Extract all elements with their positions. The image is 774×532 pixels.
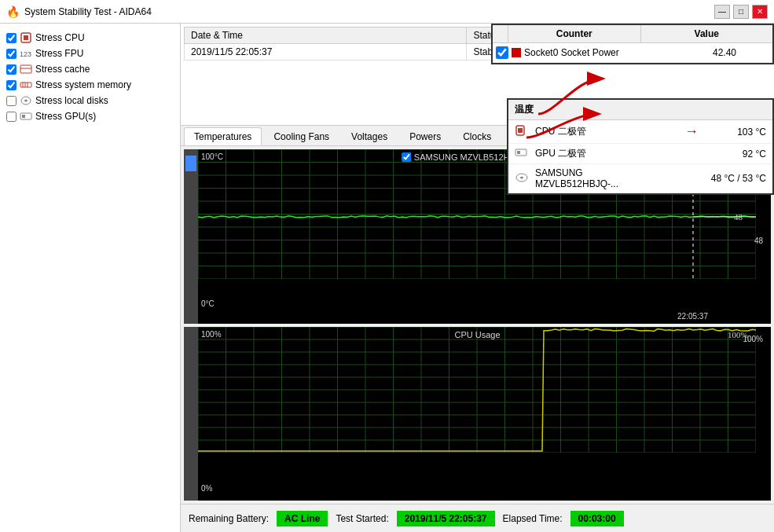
tab-voltages[interactable]: Voltages <box>341 127 398 145</box>
charts-area: 100°C 0°C 22:05:37 48 SAMSUNG MZVLB512HB… <box>181 146 774 504</box>
svg-rect-5 <box>20 83 31 87</box>
ram-icon <box>20 79 32 90</box>
counter-col-name: Counter <box>508 25 641 42</box>
checkbox-stress-cpu[interactable] <box>6 33 17 43</box>
list-item-stress-disks[interactable]: Stress local disks <box>3 93 177 108</box>
list-item-stress-memory[interactable]: Stress system memory <box>3 77 177 93</box>
cpu-chart: CPU Usage 100% 0% 100% <box>184 327 771 501</box>
list-item-stress-cache[interactable]: Stress cache <box>3 61 177 77</box>
svg-rect-12 <box>22 115 25 118</box>
svg-text:123: 123 <box>20 50 31 58</box>
fpu-icon: 123 <box>20 48 32 59</box>
test-started-value: 2019/11/5 22:05:37 <box>397 511 495 526</box>
temp-gpu-icon <box>515 147 530 160</box>
label-stress-gpu: Stress GPU(s) <box>35 111 96 122</box>
checkbox-stress-fpu[interactable] <box>6 49 17 59</box>
status-area: Date & Time Status 2019/11/5 22:05:37 St… <box>181 24 774 126</box>
counter-row-0: Socket0 Socket Power 42.40 <box>493 43 772 63</box>
maximize-button[interactable]: □ <box>733 5 749 19</box>
svg-point-10 <box>24 100 28 102</box>
cpu-y-max: 100% <box>201 330 222 339</box>
temp-y-min: 0°C <box>201 299 215 308</box>
checkbox-stress-disks[interactable] <box>6 96 17 106</box>
temp-value-0: 103 °C <box>703 127 766 138</box>
counter-panel: Counter Value Socket0 Socket Power 42.40 <box>491 24 774 64</box>
tab-temperatures[interactable]: Temperatures <box>184 127 262 145</box>
battery-value: AC Line <box>277 511 328 526</box>
right-content: Date & Time Status 2019/11/5 22:05:37 St… <box>181 24 774 532</box>
temp-row-2: SAMSUNG MZVLB512HBJQ-... 48 °C / 53 °C <box>508 164 772 193</box>
minimize-button[interactable]: — <box>714 5 730 19</box>
list-item-stress-fpu[interactable]: 123 Stress FPU <box>3 46 177 61</box>
label-stress-fpu: Stress FPU <box>35 48 83 59</box>
left-panel: Stress CPU 123 Stress FPU Stress cache S… <box>0 24 181 532</box>
counter-col-value: Value <box>641 25 773 42</box>
window-title: System Stability Test - AIDA64 <box>24 6 152 17</box>
tab-clocks[interactable]: Clocks <box>453 127 501 145</box>
temp-name-2: SAMSUNG MZVLB512HBJQ-... <box>535 167 619 189</box>
label-stress-memory: Stress system memory <box>35 79 131 90</box>
temp-value-1: 92 °C <box>703 149 766 160</box>
cell-datetime: 2019/11/5 22:05:37 <box>185 44 467 61</box>
svg-rect-1 <box>24 35 28 40</box>
temp-x-time: 22:05:37 <box>677 312 708 321</box>
label-stress-disks: Stress local disks <box>35 95 108 106</box>
cpu-icon <box>20 32 32 43</box>
app-icon: 🔥 <box>6 6 20 18</box>
titlebar-left: 🔥 System Stability Test - AIDA64 <box>6 6 152 18</box>
checkbox-stress-memory[interactable] <box>6 80 17 90</box>
red-arrow-2 <box>519 106 605 148</box>
counter-name-0: Socket0 Socket Power <box>524 47 706 58</box>
checkbox-stress-gpu[interactable] <box>6 112 17 122</box>
cpu-chart-title: CPU Usage <box>454 330 500 339</box>
cpu-value-marker: 100% <box>743 335 763 343</box>
battery-label: Remaining Battery: <box>189 513 269 524</box>
temp-disk-icon <box>515 172 530 185</box>
cpu-y-min: 0% <box>201 484 212 493</box>
disk-icon <box>20 95 32 106</box>
cpu-chart-canvas <box>198 327 756 453</box>
close-button[interactable]: ✕ <box>752 5 768 19</box>
svg-point-18 <box>520 176 523 178</box>
chart-sidebar <box>184 149 198 324</box>
label-stress-cpu: Stress CPU <box>35 32 85 43</box>
titlebar-controls[interactable]: — □ ✕ <box>714 5 768 19</box>
arrow-icon-0: → <box>684 123 699 140</box>
checkbox-stress-cache[interactable] <box>6 64 17 75</box>
cpu-chart-sidebar <box>184 327 198 501</box>
cache-icon <box>20 64 32 75</box>
titlebar: 🔥 System Stability Test - AIDA64 — □ ✕ <box>0 0 774 24</box>
temp-value-marker: 48 <box>754 237 763 245</box>
list-item-stress-cpu[interactable]: Stress CPU <box>3 30 177 46</box>
counter-value-0: 42.40 <box>706 47 769 58</box>
tab-powers[interactable]: Powers <box>399 127 451 145</box>
temp-value-2: 48 °C / 53 °C <box>703 173 766 184</box>
temp-name-1: GPU 二极管 <box>535 147 656 160</box>
list-item-stress-gpu[interactable]: Stress GPU(s) <box>3 108 177 124</box>
counter-header: Counter Value <box>493 25 772 43</box>
counter-checkbox-0[interactable] <box>496 46 508 59</box>
svg-rect-16 <box>517 151 520 154</box>
bottom-bar: Remaining Battery: AC Line Test Started:… <box>181 504 774 532</box>
temp-y-max: 100°C <box>201 152 223 161</box>
gpu-icon <box>20 111 32 122</box>
chart-legend-checkbox[interactable] <box>402 152 411 162</box>
test-started-label: Test Started: <box>336 513 388 524</box>
elapsed-label: Elapsed Time: <box>503 513 563 524</box>
chart-sidebar-indicator <box>185 156 196 171</box>
svg-rect-3 <box>20 65 31 73</box>
counter-color-0 <box>512 48 521 57</box>
col-datetime: Date & Time <box>185 28 467 44</box>
label-stress-cache: Stress cache <box>35 64 90 75</box>
tab-cooling-fans[interactable]: Cooling Fans <box>263 127 339 145</box>
elapsed-value: 00:03:00 <box>570 511 624 526</box>
main-area: Stress CPU 123 Stress FPU Stress cache S… <box>0 24 774 532</box>
